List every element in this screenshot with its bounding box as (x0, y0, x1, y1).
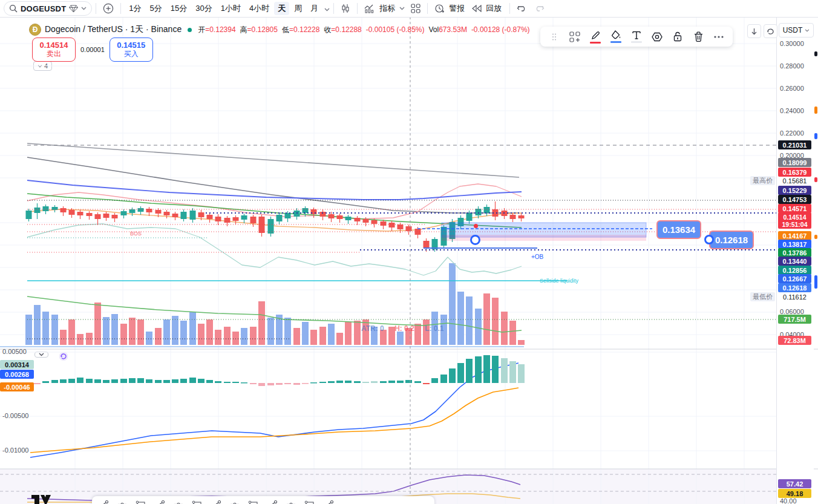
trash-icon[interactable] (689, 28, 707, 45)
axis-tick: 40.00 (780, 497, 797, 504)
replay-label: 回放 (486, 3, 502, 14)
vertical-line-icon[interactable] (192, 499, 203, 504)
paint-bucket-icon[interactable] (607, 28, 625, 45)
replay-button[interactable]: 回放 (469, 1, 506, 16)
object-tree-add-icon[interactable] (566, 28, 584, 45)
bottom-drawing-toolbar (92, 496, 434, 504)
axis-currency-dropdown[interactable]: USDT (779, 23, 814, 38)
minimap-mark (814, 51, 817, 56)
chart-legend[interactable]: Ð Dogecoin / TetherUS · 1天 · Binance 开=0… (29, 24, 530, 36)
parallel-channel-icon[interactable] (229, 499, 240, 504)
symbol-name[interactable]: DOGEUSDT (21, 4, 66, 13)
cross-line-icon[interactable] (211, 499, 221, 504)
axis-currency-label: USDT (783, 26, 803, 34)
buy-button[interactable]: 0.14515 买入 (110, 38, 153, 62)
redo-button[interactable] (531, 1, 548, 16)
horizontal-line-icon[interactable] (117, 499, 128, 504)
timeframe-menu-chevron-icon[interactable] (324, 4, 330, 13)
macd-value-badge: -0.00046 (0, 382, 34, 391)
drawing-handle[interactable] (704, 235, 714, 244)
timeframe-button-15分[interactable]: 15分 (167, 2, 191, 15)
chevron-down-icon[interactable] (81, 7, 87, 10)
ray-icon[interactable] (136, 499, 146, 504)
macd-histogram (25, 355, 525, 386)
price-chart-canvas[interactable] (0, 17, 818, 504)
price-badge-0.11612: 0.11612 (778, 292, 811, 301)
chart-type-candles-icon[interactable] (338, 1, 353, 16)
signal-dot (474, 224, 478, 228)
alert-button[interactable]: 警报 (431, 1, 469, 16)
atr-overlay: ATR: 0 H: 0.2 L: 0.1 (361, 324, 444, 333)
alert-label: 警报 (449, 3, 465, 14)
undo-button[interactable] (514, 1, 531, 16)
unlock-icon[interactable] (669, 28, 687, 45)
minimap-mark (814, 106, 817, 114)
axis-tick: 0.24000 (780, 107, 804, 114)
minimap-mark (814, 275, 817, 289)
indicators-button[interactable]: 指标 (361, 1, 408, 16)
pencil-icon[interactable] (586, 28, 604, 45)
timeframe-button-1分[interactable]: 1分 (125, 2, 145, 15)
timeframe-button-1小时[interactable]: 1小时 (217, 2, 244, 15)
horizontal-ray-icon[interactable] (286, 499, 296, 504)
lowest-price-chip: 最低价 (750, 292, 775, 301)
compare-add-button[interactable] (100, 1, 117, 16)
timeframe-button-4小时[interactable]: 4小时 (246, 2, 273, 15)
timeframe-button-月[interactable]: 月 (307, 2, 322, 15)
arrow-line-icon[interactable] (248, 499, 259, 504)
pair-title[interactable]: Dogecoin / TetherUS · 1天 · Binance (45, 24, 182, 35)
sell-button[interactable]: 0.14514 卖出 (32, 38, 76, 62)
info-line-icon[interactable] (154, 499, 165, 504)
drawing-handle[interactable] (470, 235, 480, 245)
sellside-liquidity-label: Sellside liquidity (540, 278, 578, 284)
price-badge-717.5M: 717.5M (778, 315, 811, 324)
price-badge-0.12667: 0.12667 (778, 274, 811, 283)
price-badge-49.18: 49.18 (778, 489, 811, 498)
shape-hexagon-icon[interactable] (648, 28, 666, 45)
price-badge-0.12856: 0.12856 (778, 266, 811, 275)
axis-tick: 0.22000 (780, 129, 804, 137)
sell-label: 卖出 (47, 50, 61, 58)
price-callout-13634[interactable]: 0.13634 (656, 220, 701, 239)
macd-value-badge: 0.00314 (0, 360, 34, 369)
ellipsis-icon[interactable] (710, 28, 728, 45)
price-badge-0.15229: 0.15229 (778, 186, 811, 195)
text-tool-icon[interactable] (627, 28, 646, 45)
price-badge-57.42: 57.42 (778, 479, 811, 488)
disjoint-channel-icon[interactable] (323, 499, 334, 504)
axis-tick: 0.28000 (780, 62, 804, 70)
symbol-search-box[interactable]: DOGEUSDT (4, 1, 92, 16)
price-axis[interactable]: 0.300000.280000.260000.240000.220000.200… (776, 17, 814, 504)
layout-grid-icon[interactable] (408, 1, 424, 16)
search-icon (9, 4, 18, 13)
trend-line-icon[interactable] (98, 499, 109, 504)
price-badge-0.14753: 0.14753 (778, 195, 811, 204)
trend-angle-icon[interactable] (304, 499, 315, 504)
timeframe-button-天[interactable]: 天 (274, 2, 289, 15)
axis-corner-buttons (747, 24, 777, 38)
price-badge-0.12618: 0.12618 (778, 283, 811, 292)
macd-value-badge: 0.00268 (0, 370, 34, 379)
price-badge-0.14514: 0.1451419:51:04 (778, 212, 811, 229)
timeframe-button-30分[interactable]: 30分 (192, 2, 215, 15)
reset-scale-button[interactable] (764, 24, 777, 38)
ohlc-values: 开=0.12394高=0.12805低=0.12228收=0.12288-0.0… (198, 25, 529, 35)
price-callout-12618[interactable]: 0.12618 (709, 231, 754, 249)
minimap-mark (814, 177, 817, 182)
pitchfork-icon[interactable] (173, 499, 184, 504)
drag-handle-icon[interactable] (545, 28, 563, 45)
scroll-to-recent-button[interactable] (747, 24, 761, 38)
trading-app-window: DOGEUSDT 1分5分15分30分1小时4小时天周月 指标 (0, 0, 818, 504)
timeframe-button-周[interactable]: 周 (290, 2, 306, 15)
price-badge-72.83M: 72.83M (778, 336, 811, 345)
timeframe-button-5分[interactable]: 5分 (146, 2, 166, 15)
extended-line-icon[interactable] (267, 499, 278, 504)
macd-axis-tick: -0.01000 (2, 447, 28, 454)
timeframe-group: 1分5分15分30分1小时4小时天周月 (125, 0, 330, 17)
minimap-mark (814, 235, 817, 239)
axis-tick: 0.30000 (780, 40, 804, 47)
trade-panel: 0.14514 卖出 0.00001 0.14515 买入 (32, 38, 153, 62)
gem-icon[interactable] (69, 5, 78, 13)
price-badge-0.13817: 0.13817 (778, 240, 811, 249)
buy-price: 0.14515 (117, 41, 145, 50)
